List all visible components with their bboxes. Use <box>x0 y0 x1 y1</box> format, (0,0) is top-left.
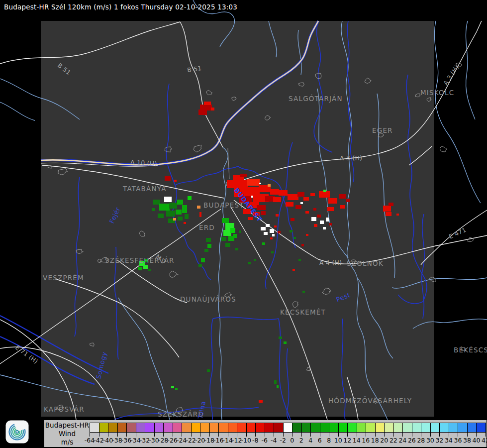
radar-echo-cell <box>201 258 205 262</box>
legend-tick <box>384 433 385 437</box>
radar-echo-cell <box>169 203 177 209</box>
legend-cell <box>99 423 109 433</box>
legend-tick <box>338 433 339 437</box>
legend-title: Budapest-HR Wind m/s <box>44 420 90 447</box>
legend-tick-label: 40 <box>472 437 480 444</box>
legend-tick-label: 34 <box>445 437 453 444</box>
legend-unit: m/s <box>44 438 90 447</box>
legend-tick-label: -18 <box>204 437 214 444</box>
legend-bar: Budapest-HR Wind m/s -64-42-40-38-36-34-… <box>44 420 487 448</box>
legend-tick <box>357 433 357 437</box>
legend-tick-label: 8 <box>327 437 331 444</box>
legend-tick <box>366 433 366 437</box>
radar-echo-cell <box>329 223 332 225</box>
city-label: KECSKEMÉT <box>280 308 326 316</box>
radar-echo-cell <box>328 198 337 204</box>
legend-tick <box>458 433 458 437</box>
radar-echo-cell <box>159 204 170 211</box>
legend-tick-label: 22 <box>390 437 397 444</box>
legend-cell <box>458 423 468 433</box>
radar-echo-cell <box>233 234 237 238</box>
radar-echo-cell <box>176 210 182 215</box>
legend-tick <box>467 433 468 437</box>
legend-tick <box>476 433 477 437</box>
radar-echo-cell <box>303 197 309 201</box>
radar-echo-cell <box>301 244 304 246</box>
radar-echo-cell <box>262 242 265 245</box>
legend-tick-label: -14 <box>222 437 232 444</box>
radar-echo-cell <box>248 217 253 220</box>
legend-tick <box>292 433 292 437</box>
radar-map: SALGÓTARJÁNMISKOLCEGERTATABÁNYABUDAPESTE… <box>0 0 487 448</box>
legend-cell <box>145 423 155 433</box>
radar-echo-cell <box>173 218 176 221</box>
radar-echo-cell <box>292 269 295 271</box>
radar-echo-cell <box>302 291 305 293</box>
radar-echo-cell <box>346 199 350 202</box>
radar-echo-cell <box>164 197 172 202</box>
legend-cell <box>108 423 118 433</box>
legend-color-scale: -64-42-40-38-36-34-32-30-28-26-24-22-20-… <box>44 420 487 447</box>
radar-echo-cell <box>235 248 238 250</box>
legend-tick <box>347 433 348 437</box>
city-label: TATABÁNYA <box>122 185 167 193</box>
radar-echo-cell <box>239 230 241 233</box>
radar-echo-cell <box>261 227 266 230</box>
legend-tick <box>136 433 136 437</box>
legend-tick-label: 20 <box>380 437 388 444</box>
legend-cell <box>237 423 247 433</box>
legend-tick <box>430 433 431 437</box>
radar-echo-cell <box>310 193 315 196</box>
legend-tick <box>449 433 449 437</box>
radar-echo-cell <box>396 214 399 216</box>
radar-echo-cell <box>291 218 294 221</box>
radar-echo-cell <box>340 205 345 209</box>
legend-cell <box>292 423 302 433</box>
legend-tick <box>173 433 173 437</box>
radar-echo-cell <box>383 206 391 212</box>
radar-echo-cell <box>288 194 298 200</box>
radar-echo-cell <box>247 179 260 186</box>
road-label: A 3 (H) <box>340 155 362 162</box>
legend-tick <box>274 433 274 437</box>
legend-cell <box>421 423 431 433</box>
radar-echo-cell <box>272 234 275 236</box>
radar-echo-cell <box>266 224 270 227</box>
legend-cell <box>449 423 459 433</box>
radar-echo-cell <box>305 211 309 214</box>
legend-tick-label: 4 <box>308 437 312 444</box>
radar-echo-cell <box>259 400 263 403</box>
radar-echo-cell <box>276 214 279 217</box>
radar-echo-cell <box>317 215 321 218</box>
city-label: VESZPRÉM <box>43 274 84 282</box>
legend-tick-label: -6 <box>261 437 267 444</box>
radar-echo-cell <box>204 249 208 252</box>
radar-echo-cell <box>271 251 274 253</box>
city-label: DUNAÚJVÁROS <box>180 295 236 303</box>
app-logo-icon <box>5 420 29 444</box>
legend-tick-label: -10 <box>241 437 251 444</box>
legend-tick-label: 10 <box>334 437 342 444</box>
radar-echo-cell <box>152 208 155 211</box>
radar-echo-cell <box>166 211 175 217</box>
radar-echo-cell <box>204 102 211 105</box>
radar-echo-cell <box>274 380 277 384</box>
legend-cell <box>228 423 238 433</box>
legend-tick <box>265 433 265 437</box>
legend-tick <box>486 433 486 437</box>
radar-echo-cell <box>178 217 183 221</box>
radar-echo-cell <box>306 234 308 236</box>
legend-tick-label: -16 <box>213 437 223 444</box>
legend-cell <box>274 423 284 433</box>
radar-echo-cell <box>268 184 271 187</box>
legend-tick <box>255 433 256 437</box>
legend-cell <box>476 423 486 433</box>
radar-echo-cell <box>298 259 301 261</box>
legend-cell <box>375 423 385 433</box>
legend-tick-label: 30 <box>426 437 434 444</box>
legend-tick <box>237 433 237 437</box>
town-outline <box>468 237 474 242</box>
radar-echo-cell <box>313 208 316 211</box>
radar-echo-cell <box>143 265 148 269</box>
legend-tick-label: -42 <box>94 437 103 444</box>
